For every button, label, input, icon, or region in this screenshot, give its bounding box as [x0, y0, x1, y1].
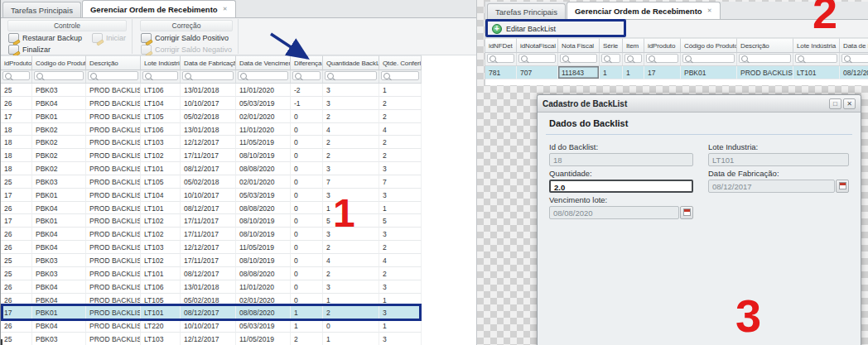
- table-cell[interactable]: 17: [1, 214, 32, 228]
- table-cell[interactable]: PBK02: [32, 123, 86, 137]
- table-cell[interactable]: 10/10/2017: [181, 189, 236, 202]
- table-cell[interactable]: 11/05/2019: [236, 241, 291, 254]
- table-cell[interactable]: 13/01/2018: [181, 280, 236, 294]
- column-header-lote-industria[interactable]: Lote Indústria: [793, 38, 840, 53]
- table-cell[interactable]: PROD BACKLIST 02: [86, 162, 141, 175]
- table-cell[interactable]: PBK03: [32, 84, 86, 97]
- table-cell[interactable]: 17/11/2017: [181, 149, 236, 162]
- table-row[interactable]: 25PBK03PROD BACKLIST 03LT10505/02/201802…: [1, 175, 422, 189]
- table-row[interactable]: 18PBK02PROD BACKLIST 02LT10108/12/201708…: [1, 162, 422, 175]
- table-cell[interactable]: 10/10/2017: [181, 319, 236, 333]
- table-cell[interactable]: 4: [323, 123, 379, 137]
- table-cell[interactable]: PROD BACKLIST 01: [86, 189, 141, 202]
- table-cell[interactable]: 111843: [558, 66, 600, 79]
- table-cell[interactable]: 11/05/2019: [236, 136, 291, 149]
- table-cell[interactable]: 05/02/2018: [181, 110, 236, 123]
- table-cell[interactable]: 26: [1, 280, 32, 294]
- column-header-item[interactable]: Item: [623, 38, 644, 53]
- table-cell[interactable]: LT103: [141, 136, 181, 149]
- table-cell[interactable]: 2: [291, 333, 323, 345]
- tab-tarefas-principais[interactable]: Tarefas Principais: [487, 3, 566, 19]
- table-cell[interactable]: 1: [600, 66, 623, 79]
- column-header-nota-fiscal[interactable]: Nota Fiscal: [558, 38, 600, 53]
- column-filter-input[interactable]: [142, 71, 178, 80]
- table-cell[interactable]: LT104: [141, 189, 181, 202]
- table-cell[interactable]: PROD BACKLIST 02: [86, 136, 141, 149]
- table-cell[interactable]: PBK03: [32, 254, 86, 267]
- table-cell[interactable]: 0: [291, 162, 323, 175]
- table-row[interactable]: 26PBK04PROD BACKLIST 04LT10108/12/201708…: [1, 202, 422, 215]
- table-cell[interactable]: PROD BACKLIST 01: [86, 110, 141, 123]
- table-cell[interactable]: 13/01/2018: [181, 84, 236, 97]
- restaurar-backup-button[interactable]: Restaurar Backup: [8, 33, 82, 43]
- column-header-quantidade-backlist[interactable]: Quantidade BackList: [323, 55, 379, 70]
- table-cell[interactable]: 13/01/2018: [181, 123, 236, 137]
- table-cell[interactable]: PROD BACKLIST 02: [86, 149, 141, 162]
- calendar-button[interactable]: [836, 180, 849, 193]
- table-cell[interactable]: PROD BACKLIST 04: [86, 280, 141, 294]
- id-do-backlist-input[interactable]: 18: [549, 153, 693, 166]
- table-row[interactable]: 26PBK04PROD BACKLIST 04LT10312/12/201711…: [1, 241, 422, 254]
- restore-button[interactable]: □: [829, 98, 841, 109]
- table-cell[interactable]: 05/03/2019: [236, 97, 291, 110]
- table-cell[interactable]: 18: [1, 123, 32, 137]
- table-cell[interactable]: PROD BACKLIST 03: [86, 333, 141, 345]
- table-cell[interactable]: LT105: [141, 110, 181, 123]
- table-cell[interactable]: LT106: [141, 123, 181, 137]
- table-cell[interactable]: 17/11/2017: [181, 214, 236, 228]
- column-filter-input[interactable]: [518, 54, 556, 63]
- tab-gerenciar-ordem-de-recebimento[interactable]: Gerenciar Ordem de Recebimento✕: [567, 2, 721, 19]
- table-cell[interactable]: 3: [323, 162, 379, 175]
- quantidade-input[interactable]: 2.0: [549, 180, 693, 193]
- data-de-fabricacao-input[interactable]: 08/12/2017: [708, 180, 835, 193]
- table-row[interactable]: 7817071118431117PBK01PROD BACKLIST 01LT1…: [485, 66, 868, 79]
- table-cell[interactable]: 4: [379, 254, 422, 267]
- table-row[interactable]: 25PBK03PROD BACKLIST 03LT10613/01/201811…: [1, 84, 422, 97]
- dialog-title-bar[interactable]: Cadastro de BackList □✕: [538, 95, 861, 113]
- table-cell[interactable]: PBK04: [32, 319, 86, 333]
- table-cell[interactable]: LT106: [141, 84, 181, 97]
- table-cell[interactable]: PROD BACKLIST 03: [86, 267, 141, 280]
- column-header-idnotafiscal[interactable]: idNotaFiscal: [517, 38, 558, 53]
- column-filter-input[interactable]: [795, 54, 837, 63]
- table-cell[interactable]: 781: [485, 66, 517, 79]
- table-cell[interactable]: 3: [379, 189, 422, 202]
- column-header-data-de-fa[interactable]: Data de Fa: [840, 38, 868, 53]
- table-cell[interactable]: PROD BACKLIST 03: [86, 175, 141, 189]
- table-cell[interactable]: LT103: [141, 333, 181, 345]
- table-cell[interactable]: PBK04: [32, 228, 86, 241]
- table-cell[interactable]: 1: [323, 333, 379, 345]
- table-cell[interactable]: PBK04: [32, 280, 86, 294]
- table-cell[interactable]: LT104: [141, 97, 181, 110]
- table-cell[interactable]: PBK02: [32, 149, 86, 162]
- column-header-idnfdet[interactable]: idNFDet: [485, 38, 517, 53]
- table-cell[interactable]: 26: [1, 241, 32, 254]
- table-cell[interactable]: LT102: [141, 149, 181, 162]
- column-header-qtde-conferida[interactable]: Qtde. Conferida: [379, 55, 422, 70]
- table-cell[interactable]: 02/01/2020: [236, 110, 291, 123]
- column-header-codigo-do-produto[interactable]: Código do Produto: [32, 55, 86, 70]
- table-cell[interactable]: 12/12/2017: [181, 333, 236, 345]
- table-row[interactable]: 18PBK02PROD BACKLIST 02LT10312/12/201711…: [1, 136, 422, 149]
- table-row[interactable]: 26PBK04PROD BACKLIST 04LT10217/11/201708…: [1, 228, 422, 241]
- table-cell[interactable]: PROD BACKLIST 04: [86, 97, 141, 110]
- table-cell[interactable]: 0: [291, 175, 323, 189]
- table-cell[interactable]: PBK04: [32, 202, 86, 215]
- table-cell[interactable]: 08/12/2017: [181, 162, 236, 175]
- table-cell[interactable]: 08/10/2019: [236, 254, 291, 267]
- table-cell[interactable]: -2: [291, 84, 323, 97]
- column-filter-input[interactable]: [560, 54, 597, 63]
- column-filter-input[interactable]: [182, 71, 234, 80]
- column-header-lote-industria[interactable]: Lote Indústria: [141, 55, 181, 70]
- column-filter-input[interactable]: [841, 54, 868, 63]
- column-filter-input[interactable]: [34, 71, 84, 80]
- table-cell[interactable]: PBK01: [32, 214, 86, 228]
- table-cell[interactable]: 08/10/2019: [236, 214, 291, 228]
- column-header-data-de-fabricacao[interactable]: Data de Fabricação: [181, 55, 236, 70]
- table-cell[interactable]: 12/12/2017: [181, 241, 236, 254]
- table-cell[interactable]: LT220: [141, 319, 181, 333]
- table-cell[interactable]: LT105: [141, 175, 181, 189]
- table-cell[interactable]: 08/10/2019: [236, 149, 291, 162]
- table-cell[interactable]: 0: [291, 254, 323, 267]
- table-cell[interactable]: 2: [323, 110, 379, 123]
